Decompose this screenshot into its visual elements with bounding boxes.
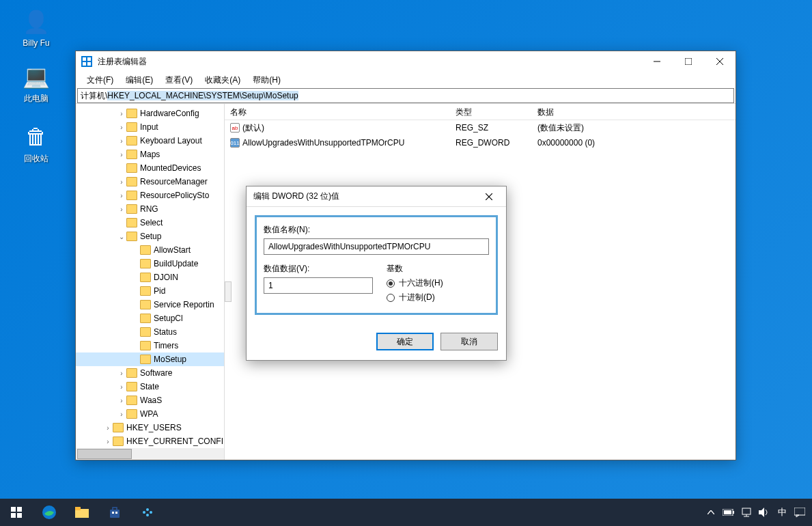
tree-item[interactable]: ⌄Setup <box>76 230 224 243</box>
tree-expand-icon[interactable]: › <box>117 206 126 213</box>
tree-expand-icon[interactable]: › <box>117 178 126 186</box>
list-row[interactable]: ab(默认)REG_SZ(数值未设置) <box>225 120 736 135</box>
radio-hex[interactable]: 十六进制(H) <box>387 277 489 289</box>
tree-item[interactable]: ›Keyboard Layout <box>76 134 224 148</box>
desktop-icon-user[interactable]: 👤 Billy Fu <box>12 8 60 48</box>
window-title: 注册表编辑器 <box>98 56 641 68</box>
tree-item[interactable]: Pid <box>76 284 224 298</box>
menu-help[interactable]: 帮助(H) <box>247 73 286 87</box>
tree-item[interactable]: ›ResourceManager <box>76 175 224 189</box>
tree-item[interactable]: SetupCl <box>76 312 224 325</box>
svg-point-21 <box>146 508 149 511</box>
tree-expand-icon[interactable]: › <box>103 438 113 445</box>
tree-item[interactable]: ›RNG <box>76 202 224 216</box>
taskbar-store[interactable] <box>98 499 131 526</box>
tree-item-label: MountedDevices <box>140 163 201 173</box>
menu-favorites[interactable]: 收藏夹(A) <box>199 73 246 87</box>
scrollbar-thumb[interactable] <box>77 449 132 459</box>
column-name[interactable]: 名称 <box>225 104 450 120</box>
tree-item[interactable]: MountedDevices <box>76 161 224 175</box>
svg-rect-19 <box>115 512 117 514</box>
menu-view[interactable]: 查看(V) <box>160 73 198 87</box>
tray-battery[interactable] <box>720 499 737 526</box>
tree-item[interactable]: ›State <box>76 380 224 393</box>
dialog-close-button[interactable] <box>479 186 499 207</box>
tree-item[interactable]: ›Maps <box>76 148 224 161</box>
tree-item[interactable]: ›HKEY_USERS <box>76 421 224 434</box>
tree-expand-icon[interactable]: › <box>117 411 126 418</box>
svg-rect-2 <box>83 62 86 66</box>
value-name-input[interactable] <box>264 238 489 255</box>
tree-horizontal-scrollbar[interactable] <box>76 448 224 460</box>
menu-file[interactable]: 文件(F) <box>81 73 119 87</box>
tree-item[interactable]: ›HardwareConfig <box>76 107 224 120</box>
radio-button-icon <box>387 279 395 288</box>
desktop-icon-recycle-bin[interactable]: 🗑 回收站 <box>12 123 60 165</box>
value-data-input[interactable] <box>264 277 373 294</box>
tree-pane[interactable]: ›HardwareConfig›Input›Keyboard Layout›Ma… <box>76 104 225 460</box>
taskbar-explorer[interactable] <box>66 499 98 526</box>
desktop-icon-label: 回收站 <box>12 153 60 165</box>
close-button[interactable] <box>704 51 736 72</box>
tree-item[interactable]: ›Input <box>76 120 224 134</box>
tree-item[interactable]: Service Reportin <box>76 298 224 312</box>
maximize-button[interactable] <box>673 51 704 72</box>
start-button[interactable] <box>0 499 33 526</box>
folder-icon <box>126 122 137 132</box>
tree-item[interactable]: MoSetup <box>76 352 224 366</box>
edge-icon <box>42 505 57 520</box>
tree-item[interactable]: Status <box>76 325 224 339</box>
tree-item[interactable]: ›WPA <box>76 407 224 421</box>
battery-icon <box>723 509 735 516</box>
column-type[interactable]: 类型 <box>450 104 532 120</box>
tree-item[interactable]: AllowStart <box>76 243 224 257</box>
folder-icon <box>140 259 151 268</box>
tree-expand-icon[interactable]: › <box>117 110 126 117</box>
svg-rect-1 <box>87 57 91 61</box>
tree-item[interactable]: ›HKEY_CURRENT_CONFI <box>76 434 224 448</box>
dialog-titlebar[interactable]: 编辑 DWORD (32 位)值 <box>247 186 506 207</box>
base-label: 基数 <box>387 263 489 275</box>
taskbar-edge[interactable] <box>33 499 66 526</box>
folder-icon <box>126 204 137 214</box>
tree-expand-icon[interactable]: › <box>117 151 126 158</box>
tree-item[interactable]: BuildUpdate <box>76 257 224 271</box>
tree-item[interactable]: ›WaaS <box>76 393 224 407</box>
tree-expand-icon[interactable]: › <box>117 137 126 145</box>
titlebar[interactable]: 注册表编辑器 <box>76 51 736 72</box>
tree-expand-icon[interactable]: › <box>117 370 126 377</box>
ok-button[interactable]: 确定 <box>376 333 434 350</box>
tree-item[interactable]: Select <box>76 216 224 230</box>
tree-item[interactable]: Timers <box>76 339 224 352</box>
minimize-button[interactable] <box>641 51 673 72</box>
tree-expand-icon[interactable]: › <box>117 397 126 404</box>
column-data[interactable]: 数据 <box>532 104 736 120</box>
tree-expand-icon[interactable]: ⌄ <box>117 233 126 240</box>
folder-icon <box>126 396 137 405</box>
tree-expand-icon[interactable]: › <box>117 192 126 199</box>
tray-network[interactable] <box>738 499 755 526</box>
list-row[interactable]: 011AllowUpgradesWithUnsupportedTPMOrCPUR… <box>225 135 736 150</box>
tray-chevron[interactable] <box>703 499 719 526</box>
folder-icon <box>140 300 151 309</box>
address-bar[interactable]: 计算机\HKEY_LOCAL_MACHINE\SYSTEM\Setup\MoSe… <box>77 88 734 103</box>
tree-expand-icon[interactable]: › <box>117 383 126 391</box>
tree-expand-icon[interactable]: › <box>117 124 126 131</box>
splitter-handle[interactable] <box>225 281 232 302</box>
system-tray: 中 <box>703 499 812 526</box>
tree-expand-icon[interactable]: › <box>103 424 113 432</box>
svg-rect-26 <box>724 510 731 514</box>
tree-item-label: HKEY_USERS <box>126 423 182 432</box>
tray-ime[interactable]: 中 <box>774 499 790 526</box>
taskbar-app[interactable] <box>131 499 164 526</box>
desktop-icon-this-pc[interactable]: 💻 此电脑 <box>12 63 60 105</box>
tree-item[interactable]: DJOIN <box>76 271 224 284</box>
cancel-button[interactable]: 取消 <box>440 333 498 350</box>
tray-notifications[interactable] <box>792 499 808 526</box>
minimize-icon <box>654 58 660 65</box>
radio-dec[interactable]: 十进制(D) <box>387 292 489 303</box>
tray-volume[interactable] <box>756 499 772 526</box>
tree-item[interactable]: ›Software <box>76 366 224 380</box>
tree-item[interactable]: ›ResourcePolicySto <box>76 189 224 202</box>
menu-edit[interactable]: 编辑(E) <box>120 73 158 87</box>
